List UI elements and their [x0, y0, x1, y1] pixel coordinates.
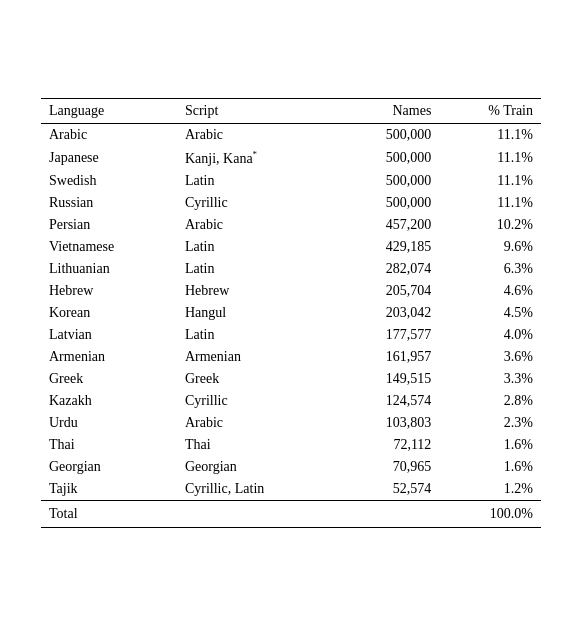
table-row: TajikCyrillic, Latin52,5741.2%: [41, 478, 541, 501]
cell-pct-train: 11.1%: [439, 146, 541, 170]
footer-empty-names: [336, 500, 439, 527]
cell-script: Cyrillic: [177, 192, 337, 214]
cell-script: Latin: [177, 236, 337, 258]
footer-label: Total: [41, 500, 177, 527]
cell-script: Armenian: [177, 346, 337, 368]
cell-names: 149,515: [336, 368, 439, 390]
cell-pct-train: 1.6%: [439, 434, 541, 456]
cell-pct-train: 2.3%: [439, 412, 541, 434]
cell-script: Arabic: [177, 124, 337, 147]
data-table: Language Script Names % Train ArabicArab…: [41, 98, 541, 528]
cell-pct-train: 11.1%: [439, 192, 541, 214]
cell-pct-train: 1.2%: [439, 478, 541, 501]
cell-script: Arabic: [177, 214, 337, 236]
cell-pct-train: 4.0%: [439, 324, 541, 346]
cell-names: 500,000: [336, 124, 439, 147]
cell-names: 457,200: [336, 214, 439, 236]
cell-pct-train: 11.1%: [439, 170, 541, 192]
table-row: KazakhCyrillic124,5742.8%: [41, 390, 541, 412]
cell-script: Latin: [177, 258, 337, 280]
table-row: ArmenianArmenian161,9573.6%: [41, 346, 541, 368]
table-row: GeorgianGeorgian70,9651.6%: [41, 456, 541, 478]
cell-names: 161,957: [336, 346, 439, 368]
cell-language: Russian: [41, 192, 177, 214]
cell-names: 124,574: [336, 390, 439, 412]
cell-language: Thai: [41, 434, 177, 456]
table-row: UrduArabic103,8032.3%: [41, 412, 541, 434]
cell-pct-train: 4.5%: [439, 302, 541, 324]
table-row: LithuanianLatin282,0746.3%: [41, 258, 541, 280]
cell-script: Kanji, Kana*: [177, 146, 337, 170]
cell-script: Cyrillic, Latin: [177, 478, 337, 501]
table-footer-row: Total 100.0%: [41, 500, 541, 527]
cell-pct-train: 3.3%: [439, 368, 541, 390]
table-row: HebrewHebrew205,7044.6%: [41, 280, 541, 302]
cell-language: Japanese: [41, 146, 177, 170]
cell-pct-train: 6.3%: [439, 258, 541, 280]
cell-pct-train: 3.6%: [439, 346, 541, 368]
cell-pct-train: 4.6%: [439, 280, 541, 302]
cell-language: Tajik: [41, 478, 177, 501]
col-header-names: Names: [336, 99, 439, 124]
cell-language: Arabic: [41, 124, 177, 147]
cell-names: 70,965: [336, 456, 439, 478]
cell-script: Arabic: [177, 412, 337, 434]
cell-names: 282,074: [336, 258, 439, 280]
cell-pct-train: 2.8%: [439, 390, 541, 412]
cell-names: 103,803: [336, 412, 439, 434]
table-row: JapaneseKanji, Kana*500,00011.1%: [41, 146, 541, 170]
cell-pct-train: 9.6%: [439, 236, 541, 258]
table-row: VietnameseLatin429,1859.6%: [41, 236, 541, 258]
col-header-pct-train: % Train: [439, 99, 541, 124]
cell-names: 72,112: [336, 434, 439, 456]
col-header-script: Script: [177, 99, 337, 124]
cell-language: Vietnamese: [41, 236, 177, 258]
cell-pct-train: 11.1%: [439, 124, 541, 147]
cell-script: Cyrillic: [177, 390, 337, 412]
cell-language: Latvian: [41, 324, 177, 346]
table-row: LatvianLatin177,5774.0%: [41, 324, 541, 346]
table-container: Language Script Names % Train ArabicArab…: [31, 78, 551, 548]
cell-script: Hebrew: [177, 280, 337, 302]
cell-script: Hangul: [177, 302, 337, 324]
cell-pct-train: 10.2%: [439, 214, 541, 236]
table-row: ArabicArabic500,00011.1%: [41, 124, 541, 147]
cell-language: Armenian: [41, 346, 177, 368]
cell-language: Urdu: [41, 412, 177, 434]
col-header-language: Language: [41, 99, 177, 124]
cell-language: Greek: [41, 368, 177, 390]
cell-pct-train: 1.6%: [439, 456, 541, 478]
cell-names: 205,704: [336, 280, 439, 302]
cell-names: 177,577: [336, 324, 439, 346]
cell-language: Georgian: [41, 456, 177, 478]
footer-pct-train: 100.0%: [439, 500, 541, 527]
cell-names: 500,000: [336, 192, 439, 214]
cell-names: 500,000: [336, 146, 439, 170]
cell-language: Swedish: [41, 170, 177, 192]
footer-empty-script: [177, 500, 337, 527]
cell-script: Thai: [177, 434, 337, 456]
cell-script: Latin: [177, 324, 337, 346]
cell-names: 52,574: [336, 478, 439, 501]
table-row: SwedishLatin500,00011.1%: [41, 170, 541, 192]
table-row: PersianArabic457,20010.2%: [41, 214, 541, 236]
cell-names: 203,042: [336, 302, 439, 324]
table-row: GreekGreek149,5153.3%: [41, 368, 541, 390]
cell-names: 500,000: [336, 170, 439, 192]
table-row: ThaiThai72,1121.6%: [41, 434, 541, 456]
cell-script: Latin: [177, 170, 337, 192]
cell-language: Korean: [41, 302, 177, 324]
cell-language: Hebrew: [41, 280, 177, 302]
table-row: KoreanHangul203,0424.5%: [41, 302, 541, 324]
cell-language: Lithuanian: [41, 258, 177, 280]
table-row: RussianCyrillic500,00011.1%: [41, 192, 541, 214]
cell-script: Georgian: [177, 456, 337, 478]
cell-script: Greek: [177, 368, 337, 390]
cell-language: Kazakh: [41, 390, 177, 412]
cell-names: 429,185: [336, 236, 439, 258]
cell-language: Persian: [41, 214, 177, 236]
table-header-row: Language Script Names % Train: [41, 99, 541, 124]
